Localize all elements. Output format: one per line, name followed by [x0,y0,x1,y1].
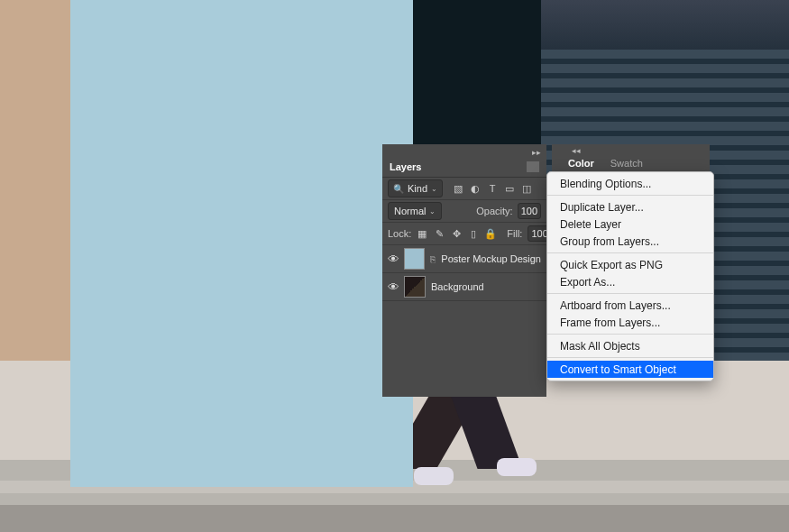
menu-separator [547,357,713,358]
layer-row[interactable]: 👁 Background [382,273,546,301]
visibility-toggle-icon[interactable]: 👁 [388,280,399,294]
menu-separator [547,293,713,294]
layer-context-menu: Blending Options... Duplicate Layer... D… [546,171,714,381]
menu-blending-options[interactable]: Blending Options... [547,175,713,192]
menu-duplicate-layer[interactable]: Duplicate Layer... [547,198,713,216]
fill-label: Fill: [507,228,522,239]
layer-name[interactable]: Background [431,281,484,292]
menu-quick-export-png[interactable]: Quick Export as PNG [547,256,713,273]
filter-kind-dropdown[interactable]: 🔍 Kind ⌄ [388,179,443,197]
lock-transparent-icon[interactable]: ▦ [417,228,427,239]
lock-label: Lock: [388,228,411,239]
lock-image-icon[interactable]: ✎ [434,228,445,239]
menu-export-as[interactable]: Export As... [547,273,713,290]
menu-frame-from-layers[interactable]: Frame from Layers... [547,314,713,331]
menu-separator [547,334,713,335]
filter-kind-label: Kind [408,183,427,194]
lock-artboard-icon[interactable]: ▯ [468,228,479,239]
filter-pixel-icon[interactable]: ▧ [453,183,463,194]
filter-shape-icon[interactable]: ▭ [504,183,515,194]
chevron-down-icon: ⌄ [431,185,437,193]
blend-mode-dropdown[interactable]: Normal ⌄ [388,202,442,220]
lock-position-icon[interactable]: ✥ [451,228,462,239]
background-person [410,388,537,514]
search-icon: 🔍 [393,184,404,194]
filter-smartobject-icon[interactable]: ◫ [521,183,532,194]
tab-swatches[interactable]: Swatch [603,155,650,171]
panel-menu-icon[interactable] [527,161,539,172]
layer-row[interactable]: 👁 ⎘ Poster Mockup Design [382,245,546,273]
layer-thumbnail[interactable] [404,276,426,298]
background-shutter-top [541,0,789,50]
layers-panel: ▸▸ Layers 🔍 Kind ⌄ ▧ ◐ T ▭ ◫ Norm [382,144,546,397]
blend-mode-value: Normal [394,206,426,216]
menu-separator [547,252,713,253]
visibility-toggle-icon[interactable]: 👁 [388,252,399,266]
menu-artboard-from-layers[interactable]: Artboard from Layers... [547,297,713,314]
menu-mask-all-objects[interactable]: Mask All Objects [547,337,713,354]
menu-separator [547,195,713,196]
canvas-stage: ▸▸ Layers 🔍 Kind ⌄ ▧ ◐ T ▭ ◫ Norm [0,0,789,532]
poster-rectangle [70,0,413,487]
menu-convert-to-smart-object[interactable]: Convert to Smart Object [547,361,713,378]
panel-collapse-icon[interactable]: ▸▸ [532,148,541,157]
tab-layers[interactable]: Layers [390,161,421,172]
tab-color[interactable]: Color [561,155,601,171]
link-icon: ⎘ [430,254,436,264]
menu-group-from-layers[interactable]: Group from Layers... [547,233,713,250]
layers-list: 👁 ⎘ Poster Mockup Design 👁 Background [382,245,546,301]
layer-name[interactable]: Poster Mockup Design [441,253,541,264]
layer-thumbnail[interactable] [404,248,425,270]
panel-collapse-icon[interactable]: ◂◂ [572,146,581,155]
menu-delete-layer[interactable]: Delete Layer [547,216,713,233]
lock-all-icon[interactable]: 🔒 [485,228,496,239]
filter-type-icon[interactable]: T [487,183,498,194]
chevron-down-icon: ⌄ [429,207,436,216]
filter-adjustment-icon[interactable]: ◐ [470,183,481,194]
right-panel-header: ◂◂ Color Swatch [552,144,710,171]
opacity-value-field[interactable]: 100 [518,203,541,219]
opacity-label: Opacity: [476,206,512,216]
